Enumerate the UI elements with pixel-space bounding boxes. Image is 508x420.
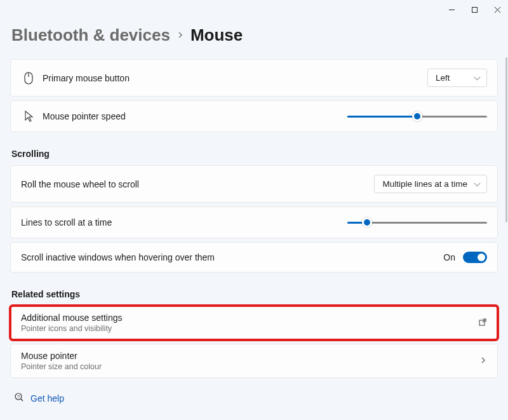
maximize-button[interactable] — [469, 4, 480, 15]
page-content: Bluetooth & devices Mouse Primary mouse … — [0, 25, 508, 410]
cursor-icon — [21, 110, 36, 123]
svg-text:?: ? — [17, 394, 20, 400]
primary-button-dropdown[interactable]: Left — [427, 69, 487, 87]
wheel-scroll-label: Roll the mouse wheel to scroll — [21, 179, 139, 189]
chevron-right-icon — [177, 30, 184, 41]
primary-button-label: Primary mouse button — [43, 73, 130, 83]
svg-rect-1 — [472, 7, 477, 12]
get-help-link[interactable]: Get help — [30, 393, 64, 403]
lines-scroll-row: Lines to scroll at a time — [10, 207, 498, 238]
link-title: Additional mouse settings — [21, 313, 478, 323]
inactive-windows-toggle[interactable] — [463, 252, 487, 263]
title-bar — [0, 0, 508, 19]
link-subtitle: Pointer icons and visibility — [21, 324, 478, 333]
inactive-windows-row: Scroll inactive windows when hovering ov… — [10, 242, 498, 273]
mouse-pointer-link[interactable]: Mouse pointer Pointer size and colour — [10, 344, 498, 378]
lines-scroll-slider[interactable] — [347, 216, 487, 229]
breadcrumb: Bluetooth & devices Mouse — [11, 25, 498, 45]
minimize-button[interactable] — [446, 4, 457, 15]
chevron-right-icon — [479, 356, 487, 366]
wheel-scroll-row: Roll the mouse wheel to scroll Multiple … — [10, 165, 498, 203]
svg-line-10 — [21, 399, 23, 401]
primary-mouse-button-row: Primary mouse button Left — [10, 59, 498, 97]
help-icon: ? — [14, 392, 24, 404]
link-subtitle: Pointer size and colour — [21, 362, 479, 371]
mouse-icon — [21, 72, 36, 85]
pointer-speed-row: Mouse pointer speed — [10, 100, 498, 132]
inactive-windows-label: Scroll inactive windows when hovering ov… — [21, 252, 215, 262]
breadcrumb-parent[interactable]: Bluetooth & devices — [11, 25, 170, 45]
help-row: ? Get help — [14, 392, 498, 404]
page-title: Mouse — [190, 25, 243, 45]
pointer-speed-slider[interactable] — [347, 110, 487, 123]
scrollbar[interactable] — [505, 57, 507, 222]
link-title: Mouse pointer — [21, 351, 479, 361]
related-section-heading: Related settings — [11, 289, 498, 299]
external-link-icon — [478, 318, 487, 329]
wheel-scroll-dropdown[interactable]: Multiple lines at a time — [374, 175, 487, 193]
close-button[interactable] — [491, 4, 503, 15]
additional-mouse-settings-link[interactable]: Additional mouse settings Pointer icons … — [10, 306, 498, 340]
toggle-state-label: On — [443, 252, 455, 262]
pointer-speed-label: Mouse pointer speed — [43, 111, 126, 121]
scrolling-section-heading: Scrolling — [11, 149, 498, 159]
lines-scroll-label: Lines to scroll at a time — [21, 217, 112, 227]
